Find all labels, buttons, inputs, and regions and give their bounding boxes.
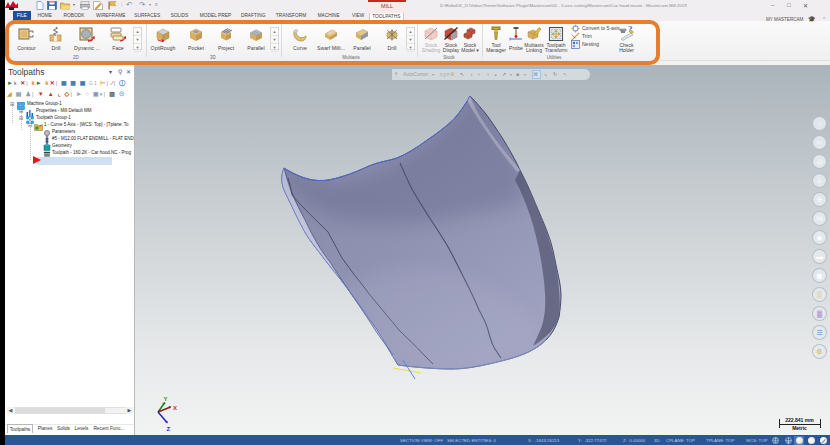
svg-text:Z: Z [167, 426, 171, 432]
svg-text:Y: Y [164, 396, 168, 402]
svg-text:X: X [173, 405, 177, 411]
